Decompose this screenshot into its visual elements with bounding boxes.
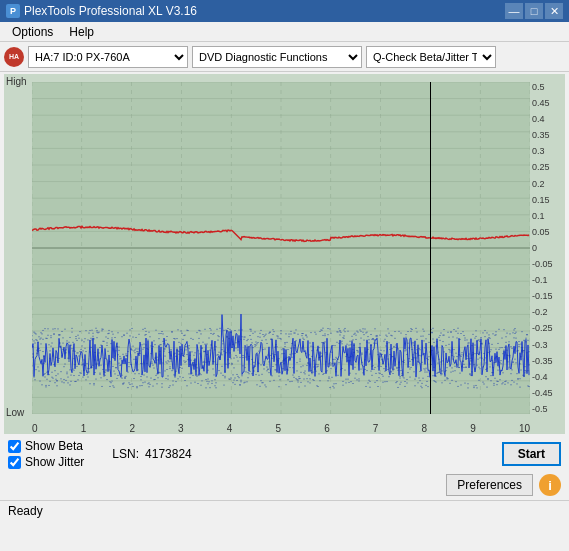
lsn-value: 4173824: [145, 447, 192, 461]
menu-options[interactable]: Options: [4, 23, 61, 41]
x-axis-label: 6: [324, 423, 330, 434]
window-controls: — □ ✕: [505, 3, 563, 19]
show-beta-label: Show Beta: [25, 439, 83, 453]
y-axis-label: 0.05: [532, 227, 550, 237]
y-axis-label: 0.5: [532, 82, 545, 92]
y-axis-label: 0.15: [532, 195, 550, 205]
menu-bar: Options Help: [0, 22, 569, 42]
test-select[interactable]: Q-Check Beta/Jitter Test: [366, 46, 496, 68]
y-axis-label: -0.25: [532, 323, 553, 333]
chart-area: High Low 0.50.450.40.350.30.250.20.150.1…: [4, 74, 565, 434]
y-axis-label: 0.3: [532, 146, 545, 156]
y-axis-label: -0.45: [532, 388, 553, 398]
y-axis-label: 0: [532, 243, 537, 253]
x-axis-label: 10: [519, 423, 530, 434]
status-bar: Ready: [0, 500, 569, 520]
x-axis-label: 3: [178, 423, 184, 434]
y-axis-label: -0.3: [532, 340, 548, 350]
close-button[interactable]: ✕: [545, 3, 563, 19]
toolbar: HA HA:7 ID:0 PX-760A DVD Diagnostic Func…: [0, 42, 569, 72]
vertical-marker-line: [430, 82, 431, 414]
menu-help[interactable]: Help: [61, 23, 102, 41]
chart-inner: [32, 82, 530, 414]
x-axis-label: 4: [227, 423, 233, 434]
checkboxes-col: Show Beta Show Jitter: [8, 439, 84, 469]
app-icon: P: [6, 4, 20, 18]
show-beta-row: Show Beta: [8, 439, 84, 453]
y-axis-label: 0.25: [532, 162, 550, 172]
x-axis-label: 8: [422, 423, 428, 434]
x-axis-label: 5: [275, 423, 281, 434]
drive-select[interactable]: HA:7 ID:0 PX-760A: [28, 46, 188, 68]
bottom-panel: Show Beta Show Jitter LSN: 4173824 Start: [0, 436, 569, 472]
info-button[interactable]: i: [539, 474, 561, 496]
x-axis-label: 9: [470, 423, 476, 434]
app-title: PlexTools Professional XL V3.16: [24, 4, 197, 18]
start-button[interactable]: Start: [502, 442, 561, 466]
show-beta-checkbox[interactable]: [8, 440, 21, 453]
show-jitter-checkbox[interactable]: [8, 456, 21, 469]
title-bar-left: P PlexTools Professional XL V3.16: [6, 4, 197, 18]
minimize-button[interactable]: —: [505, 3, 523, 19]
show-jitter-row: Show Jitter: [8, 455, 84, 469]
y-axis-label: -0.15: [532, 291, 553, 301]
y-axis-label: -0.05: [532, 259, 553, 269]
bottom-right: Start: [502, 442, 561, 466]
y-axis-label: -0.5: [532, 404, 548, 414]
chart-label-high: High: [6, 76, 27, 87]
y-axis-label: -0.4: [532, 372, 548, 382]
y-axis-label: -0.1: [532, 275, 548, 285]
x-axis-label: 0: [32, 423, 38, 434]
x-axis-label: 2: [129, 423, 135, 434]
y-axis-label: -0.35: [532, 356, 553, 366]
chart-label-low: Low: [6, 407, 24, 418]
preferences-button[interactable]: Preferences: [446, 474, 533, 496]
maximize-button[interactable]: □: [525, 3, 543, 19]
chart-canvas: [32, 82, 530, 414]
x-axis: 012345678910: [32, 421, 530, 434]
drive-icon-text: HA: [9, 53, 19, 60]
show-jitter-label: Show Jitter: [25, 455, 84, 469]
title-bar: P PlexTools Professional XL V3.16 — □ ✕: [0, 0, 569, 22]
y-axis-right: 0.50.450.40.350.30.250.20.150.10.050-0.0…: [530, 82, 565, 414]
bottom-row2: Preferences i: [0, 472, 569, 500]
lsn-label: LSN:: [112, 447, 139, 461]
lsn-section: LSN: 4173824: [112, 447, 191, 461]
function-select[interactable]: DVD Diagnostic Functions: [192, 46, 362, 68]
y-axis-label: -0.2: [532, 307, 548, 317]
y-axis-label: 0.1: [532, 211, 545, 221]
y-axis-label: 0.4: [532, 114, 545, 124]
y-axis-label: 0.35: [532, 130, 550, 140]
drive-icon: HA: [4, 47, 24, 67]
y-axis-label: 0.2: [532, 179, 545, 189]
x-axis-label: 7: [373, 423, 379, 434]
status-text: Ready: [8, 504, 43, 518]
x-axis-label: 1: [81, 423, 87, 434]
y-axis-label: 0.45: [532, 98, 550, 108]
